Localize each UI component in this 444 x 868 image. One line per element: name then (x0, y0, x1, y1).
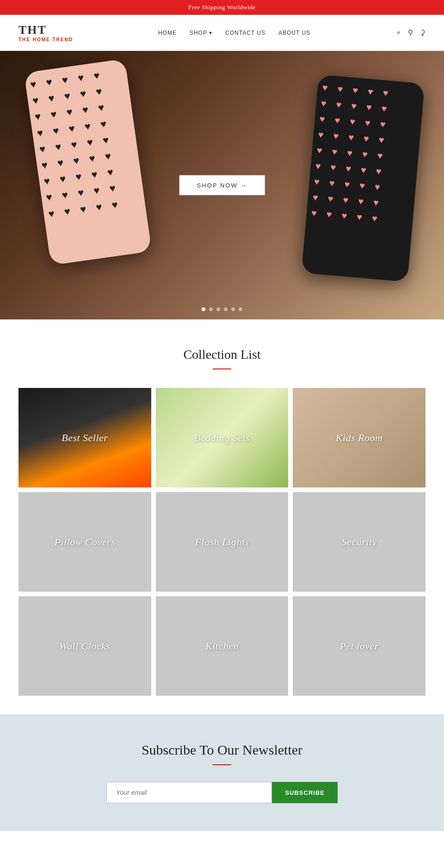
header-icons: ⚬ ⚲ ⚳ (395, 28, 426, 37)
banner-text: Free Shipping Worldwide (188, 4, 255, 11)
dot-4[interactable] (224, 307, 228, 311)
newsletter-section: Subscribe To Our Newsletter SUBSCRIBE (0, 714, 444, 831)
collection-item-kids-room[interactable]: Kids Room (293, 388, 426, 487)
newsletter-email-input[interactable] (106, 782, 272, 803)
nav-contact[interactable]: CONTACT US (225, 30, 265, 36)
user-icon[interactable]: ⚬ (395, 28, 401, 37)
collection-title: Collection List (18, 347, 426, 362)
subscribe-button[interactable]: SUBSCRIBE (272, 782, 338, 803)
nav-shop[interactable]: SHOP ▾ (190, 30, 212, 36)
nav-home[interactable]: HOME (158, 30, 177, 36)
collection-label-flash-lights: Flash Lights (156, 492, 289, 592)
search-icon[interactable]: ⚲ (408, 28, 413, 37)
top-banner: Free Shipping Worldwide (0, 0, 444, 15)
dot-5[interactable] (231, 307, 235, 311)
newsletter-form: SUBSCRIBE (106, 782, 338, 803)
collection-item-security[interactable]: Security (293, 492, 426, 592)
collection-label-best-seller: Best Seller (18, 388, 151, 487)
collection-item-pillow-covers[interactable]: Pillow Covers (18, 492, 151, 592)
collection-label-pillow-covers: Pillow Covers (18, 492, 151, 592)
phone-left (24, 59, 152, 266)
collection-label-pet-lover: Pet lover (293, 596, 426, 696)
collection-item-best-seller[interactable]: Best Seller (18, 388, 151, 487)
logo-subtitle: THE HOME TREND (18, 37, 73, 42)
logo-area: THT THE HOME TREND (18, 23, 73, 42)
dot-6[interactable] (239, 307, 242, 311)
collection-label-bedding-sets: Bedding Sets (156, 388, 289, 487)
main-nav: HOME SHOP ▾ CONTACT US ABOUT US (158, 30, 310, 36)
collection-item-bedding-sets[interactable]: Bedding Sets (156, 388, 289, 487)
dot-3[interactable] (216, 307, 220, 311)
dot-1[interactable] (202, 307, 205, 311)
hero-slider: SHOP NOW (0, 51, 444, 319)
newsletter-title: Subscribe To Our Newsletter (18, 742, 426, 758)
collection-item-pet-lover[interactable]: Pet lover (293, 596, 426, 696)
cart-icon[interactable]: ⚳ (420, 28, 426, 37)
newsletter-divider (213, 764, 231, 765)
nav-about[interactable]: ABOUT US (278, 30, 310, 36)
collection-item-wall-clocks[interactable]: Wall Clocks (18, 596, 151, 696)
logo-text: THT (18, 23, 73, 37)
collection-label-kids-room: Kids Room (293, 388, 426, 487)
dot-2[interactable] (209, 307, 213, 311)
slider-dots (202, 307, 242, 311)
section-divider (213, 368, 231, 369)
collection-item-kitchen[interactable]: Kitchen (156, 596, 289, 696)
shop-now-button[interactable]: SHOP NOW (179, 175, 265, 195)
collection-label-kitchen: Kitchen (156, 596, 289, 696)
collection-label-security: Security (293, 492, 426, 592)
collection-item-flash-lights[interactable]: Flash Lights (156, 492, 289, 592)
collection-label-wall-clocks: Wall Clocks (18, 596, 151, 696)
hero-background: SHOP NOW (0, 51, 444, 319)
header: THT THE HOME TREND HOME SHOP ▾ CONTACT U… (0, 15, 444, 51)
phone-right (302, 75, 425, 282)
collection-grid: Best Seller Bedding Sets Kids Room Pillo… (18, 388, 426, 696)
collection-section: Collection List Best Seller Bedding Sets… (0, 319, 444, 714)
